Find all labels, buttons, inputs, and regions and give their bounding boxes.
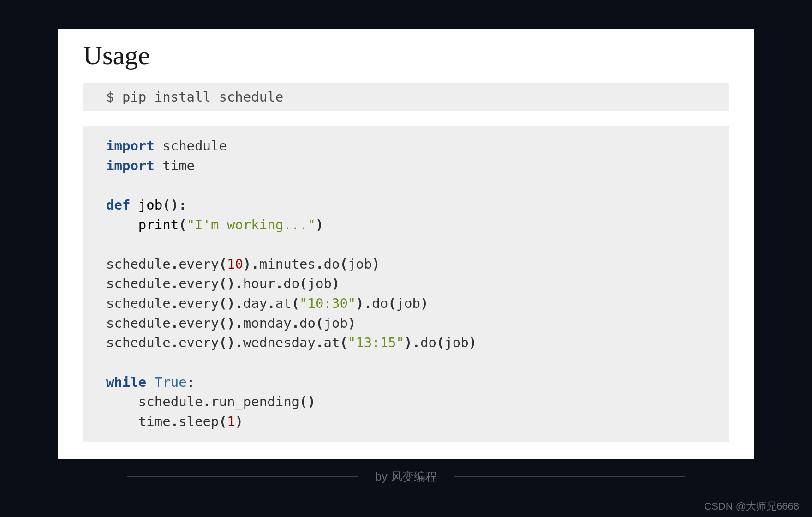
document-card: Usage $ pip install schedule import sche… <box>58 29 754 459</box>
shell-prompt: $ <box>106 89 114 105</box>
python-code-block: import schedule import time def job(): p… <box>83 126 729 442</box>
kw-while: while <box>106 374 146 390</box>
fn-job: job <box>138 197 162 213</box>
watermark: CSDN @大师兄6668 <box>704 499 799 513</box>
kw-def: def <box>106 197 130 213</box>
str-1030: "10:30" <box>299 295 356 311</box>
str-1315: "13:15" <box>348 335 404 350</box>
str-working: "I'm working..." <box>187 217 316 233</box>
module-schedule: schedule <box>162 138 227 154</box>
builtin-true: True <box>155 374 187 390</box>
num-ten: 10 <box>227 256 243 272</box>
divider-left <box>127 476 358 477</box>
footer: by 风变编程 <box>127 469 685 484</box>
shell-command-block: $ pip install schedule <box>83 83 729 111</box>
usage-heading: Usage <box>83 40 729 71</box>
footer-text: by 风变编程 <box>375 469 436 484</box>
fn-print: print <box>138 217 179 233</box>
shell-command: pip install schedule <box>122 89 283 105</box>
kw-import: import <box>106 158 155 174</box>
module-time: time <box>162 158 195 174</box>
divider-right <box>454 476 685 477</box>
num-one: 1 <box>227 414 235 429</box>
kw-import: import <box>106 138 155 154</box>
